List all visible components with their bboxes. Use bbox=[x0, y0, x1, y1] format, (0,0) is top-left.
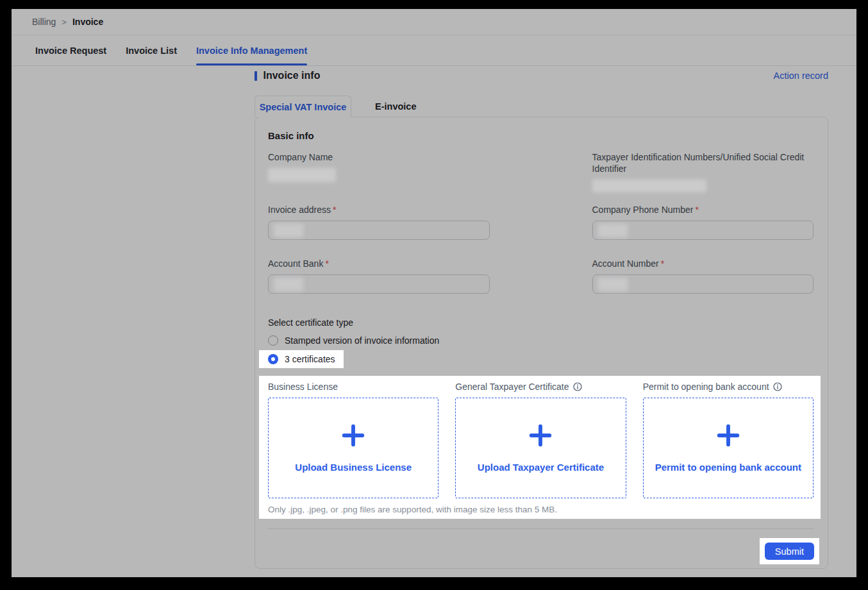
tab-special-vat-invoice[interactable]: Special VAT Invoice bbox=[255, 96, 351, 117]
radio-3-certificates[interactable]: 3 certificates bbox=[259, 350, 344, 368]
upload-business-license-button[interactable]: Upload Business License bbox=[295, 462, 412, 473]
invoice-address-value-redacted bbox=[274, 224, 303, 237]
plus-icon bbox=[716, 423, 740, 448]
main-tab-bar: Invoice Request Invoice List Invoice Inf… bbox=[12, 35, 856, 66]
radio-unselected-icon[interactable] bbox=[268, 335, 278, 346]
title-accent-bar bbox=[255, 71, 257, 81]
invoice-address-label: Invoice address bbox=[268, 205, 331, 215]
readonly-fields-row: Company Name Taxpayer Identification Num… bbox=[268, 151, 814, 192]
radio-stamped-version-label: Stamped version of invoice information bbox=[285, 335, 439, 346]
field-taxpayer-id: Taxpayer Identification Numbers/Unified … bbox=[592, 151, 814, 192]
company-phone-value-redacted bbox=[598, 224, 628, 237]
upload-bank-permit-button[interactable]: Permit to opening bank account bbox=[655, 462, 801, 473]
radio-stamped-version[interactable]: Stamped version of invoice information bbox=[268, 335, 439, 346]
company-phone-input[interactable] bbox=[592, 221, 814, 240]
field-invoice-address: Invoice address* bbox=[268, 204, 490, 240]
taxpayer-id-value-redacted bbox=[592, 180, 706, 192]
page-title: Invoice info bbox=[255, 70, 320, 81]
invoice-type-tabs: Special VAT Invoice E-invoice bbox=[255, 96, 416, 117]
upload-business-license-dropzone[interactable]: Upload Business License bbox=[268, 398, 438, 498]
upload-col-business-license: Business License Upload Business License bbox=[268, 381, 438, 498]
company-phone-label: Company Phone Number bbox=[592, 205, 694, 215]
action-record-link[interactable]: Action record bbox=[774, 71, 828, 81]
panel-header: Invoice info Action record bbox=[255, 68, 828, 83]
company-name-label: Company Name bbox=[268, 151, 490, 163]
info-icon[interactable] bbox=[573, 382, 582, 391]
required-star: * bbox=[333, 205, 336, 215]
field-company-phone: Company Phone Number* bbox=[592, 204, 814, 240]
tab-invoice-list[interactable]: Invoice List bbox=[126, 35, 177, 65]
bank-permit-label: Permit to opening bank account bbox=[643, 381, 769, 392]
upload-col-bank-permit: Permit to opening bank account Permit to… bbox=[643, 381, 814, 498]
page-title-text: Invoice info bbox=[263, 70, 321, 81]
breadcrumb: Billing > Invoice bbox=[12, 9, 856, 35]
tab-invoice-request[interactable]: Invoice Request bbox=[35, 35, 106, 65]
company-name-value-redacted bbox=[268, 168, 336, 182]
app-window: Billing > Invoice Invoice Request Invoic… bbox=[12, 9, 856, 577]
radio-selected-icon[interactable] bbox=[268, 354, 278, 364]
plus-icon bbox=[341, 423, 365, 448]
account-number-input[interactable] bbox=[592, 274, 814, 294]
certificates-upload-section: Business License Upload Business License… bbox=[259, 376, 821, 519]
account-bank-value-redacted bbox=[274, 278, 303, 291]
invoice-address-input[interactable] bbox=[268, 221, 490, 240]
account-bank-label: Account Bank bbox=[268, 258, 323, 269]
plus-icon bbox=[528, 423, 553, 448]
upload-taxpayer-certificate-dropzone[interactable]: Upload Taxpayer Certificate bbox=[455, 398, 626, 498]
account-bank-input[interactable] bbox=[268, 274, 490, 294]
required-star: * bbox=[661, 258, 664, 269]
footer-divider bbox=[268, 528, 814, 529]
upload-bank-permit-dropzone[interactable]: Permit to opening bank account bbox=[643, 398, 814, 498]
upload-format-note: Only .jpg, .jpeg, or .png files are supp… bbox=[268, 504, 814, 515]
account-number-label: Account Number bbox=[592, 258, 659, 269]
address-phone-row: Invoice address* Company Phone Number* bbox=[268, 204, 814, 240]
invoice-info-card: Basic info Company Name Taxpayer Identif… bbox=[255, 117, 828, 569]
required-star: * bbox=[325, 258, 328, 269]
upload-col-taxpayer-certificate: General Taxpayer Certificate Upload Taxp… bbox=[455, 381, 626, 498]
field-company-name: Company Name bbox=[268, 151, 490, 192]
radio-3-certificates-label: 3 certificates bbox=[285, 353, 335, 365]
field-account-number: Account Number* bbox=[592, 258, 814, 294]
upload-taxpayer-certificate-button[interactable]: Upload Taxpayer Certificate bbox=[478, 462, 604, 473]
submit-button[interactable]: Submit bbox=[765, 543, 814, 560]
certificate-type-label: Select certificate type bbox=[268, 317, 814, 328]
taxpayer-certificate-label: General Taxpayer Certificate bbox=[455, 381, 569, 392]
breadcrumb-item-billing[interactable]: Billing bbox=[32, 17, 56, 27]
breadcrumb-item-invoice: Invoice bbox=[72, 17, 103, 27]
bank-account-row: Account Bank* Account Number* bbox=[268, 258, 814, 294]
basic-info-heading: Basic info bbox=[268, 130, 814, 141]
breadcrumb-separator-icon: > bbox=[62, 17, 67, 27]
business-license-label: Business License bbox=[268, 381, 338, 392]
tab-invoice-info-management[interactable]: Invoice Info Management bbox=[196, 35, 307, 65]
submit-spotlight: Submit bbox=[760, 538, 819, 564]
account-number-value-redacted bbox=[598, 278, 628, 291]
taxpayer-id-label: Taxpayer Identification Numbers/Unified … bbox=[592, 151, 814, 174]
required-star: * bbox=[695, 205, 698, 215]
tab-e-invoice[interactable]: E-invoice bbox=[375, 96, 416, 117]
field-account-bank: Account Bank* bbox=[268, 258, 490, 294]
info-icon[interactable] bbox=[773, 382, 782, 391]
